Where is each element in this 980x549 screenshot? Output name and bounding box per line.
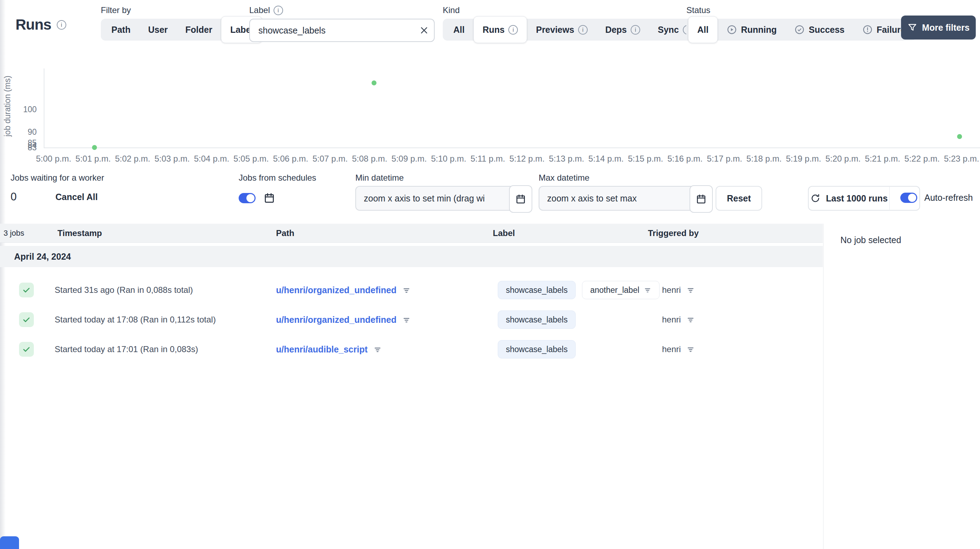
kind-group: Kind All Runs Previews Deps Sync bbox=[443, 5, 703, 41]
filter-lines-icon[interactable] bbox=[402, 286, 411, 294]
y-axis-line bbox=[44, 69, 45, 148]
funnel-icon bbox=[907, 22, 917, 32]
auto-refresh-toggle[interactable] bbox=[900, 193, 917, 203]
status-running[interactable]: Running bbox=[718, 19, 786, 41]
x-tick-label: 5:15 p.m. bbox=[628, 154, 663, 164]
filter-by-folder[interactable]: Folder bbox=[177, 19, 221, 41]
play-circle-icon bbox=[727, 24, 737, 35]
run-path-link[interactable]: u/henri/audible_script bbox=[276, 344, 368, 354]
status-all[interactable]: All bbox=[688, 16, 718, 43]
triggered-by-user: henri bbox=[662, 285, 681, 295]
run-timestamp: Started today at 17:08 (Ran in 0,112s to… bbox=[55, 315, 216, 325]
page-title: Runs bbox=[16, 16, 66, 33]
filter-lines-icon[interactable] bbox=[686, 286, 695, 294]
table-row[interactable]: Started today at 17:08 (Ran in 0,112s to… bbox=[0, 305, 823, 335]
run-data-point[interactable] bbox=[957, 134, 962, 139]
kind-runs[interactable]: Runs bbox=[473, 16, 527, 43]
run-path-link[interactable]: u/henri/organized_undefined bbox=[276, 315, 396, 325]
x-tick-label: 5:10 p.m. bbox=[431, 154, 466, 164]
min-datetime-input-wrap bbox=[355, 186, 532, 211]
min-datetime-group: Min datetime bbox=[355, 173, 532, 211]
info-icon[interactable] bbox=[578, 25, 588, 35]
job-detail-panel: No job selected bbox=[823, 224, 980, 549]
check-circle-icon bbox=[794, 24, 805, 35]
filter-lines-icon[interactable] bbox=[686, 316, 695, 324]
filter-by-path[interactable]: Path bbox=[103, 19, 139, 41]
label-filter-input[interactable] bbox=[250, 26, 414, 36]
x-tick-label: 5:09 p.m. bbox=[391, 154, 427, 164]
y-tick: 100 bbox=[13, 104, 37, 114]
calendar-icon bbox=[263, 192, 275, 204]
clear-label-filter-button[interactable] bbox=[414, 19, 434, 41]
filter-lines-icon[interactable] bbox=[402, 316, 411, 324]
y-tick: 83 bbox=[13, 142, 37, 152]
x-tick-label: 5:22 p.m. bbox=[905, 154, 940, 164]
label-filter-input-wrap bbox=[249, 19, 435, 42]
filter-by-user[interactable]: User bbox=[139, 19, 177, 41]
runs-limit-button[interactable]: Last 1000 runs bbox=[808, 186, 890, 211]
runs-page: Runs Filter by Path User Folder Label La… bbox=[0, 0, 980, 549]
x-tick-label: 5:11 p.m. bbox=[471, 154, 505, 164]
info-icon[interactable] bbox=[631, 25, 640, 35]
y-tick: 90 bbox=[13, 127, 37, 137]
page-title-text: Runs bbox=[16, 16, 51, 33]
label-badge[interactable]: showcase_labels bbox=[498, 281, 576, 299]
jobs-from-schedules-toggle[interactable] bbox=[239, 193, 256, 203]
cancel-all-button[interactable]: Cancel All bbox=[55, 192, 98, 202]
filter-by-group: Filter by Path User Folder Label bbox=[101, 5, 264, 41]
jobs-waiting-count: 0 bbox=[11, 190, 17, 203]
filter-lines-icon[interactable] bbox=[373, 345, 382, 354]
alert-circle-icon bbox=[862, 24, 873, 35]
kind-segmented: All Runs Previews Deps Sync bbox=[443, 19, 703, 41]
max-datetime-input[interactable] bbox=[539, 193, 712, 204]
label-filter-group: Label bbox=[249, 5, 435, 42]
kind-all[interactable]: All bbox=[444, 19, 473, 41]
calendar-icon bbox=[695, 193, 707, 205]
run-data-point[interactable] bbox=[92, 145, 97, 150]
table-header: 3 jobs Timestamp Path Label Triggered by bbox=[0, 224, 823, 243]
run-timestamp: Started 31s ago (Ran in 0,088s total) bbox=[55, 285, 193, 295]
x-tick-label: 5:20 p.m. bbox=[825, 154, 861, 164]
x-tick-label: 5:14 p.m. bbox=[589, 154, 624, 164]
status-success[interactable]: Success bbox=[786, 19, 853, 41]
run-timestamp: Started today at 17:01 (Ran in 0,083s) bbox=[55, 344, 198, 354]
x-tick-label: 5:01 p.m. bbox=[75, 154, 111, 164]
jobs-from-schedules-group: Jobs from schedules bbox=[239, 173, 316, 204]
filter-lines-icon[interactable] bbox=[686, 345, 695, 354]
kind-deps[interactable]: Deps bbox=[597, 19, 649, 41]
max-datetime-calendar-button[interactable] bbox=[689, 185, 713, 213]
x-tick-label: 5:05 p.m. bbox=[233, 154, 269, 164]
max-datetime-label: Max datetime bbox=[539, 173, 713, 183]
label-badge[interactable]: showcase_labels bbox=[498, 340, 576, 359]
x-icon bbox=[420, 26, 429, 35]
success-status-icon bbox=[19, 282, 34, 297]
triggered-by-user: henri bbox=[662, 315, 681, 325]
table-row[interactable]: Started 31s ago (Ran in 0,088s total) u/… bbox=[0, 275, 823, 305]
info-icon[interactable] bbox=[508, 25, 518, 35]
col-label: Label bbox=[493, 228, 515, 238]
info-icon[interactable] bbox=[57, 20, 66, 30]
jobs-from-schedules-label: Jobs from schedules bbox=[239, 173, 316, 183]
run-path-link[interactable]: u/henri/organized_undefined bbox=[276, 285, 396, 295]
reset-button[interactable]: Reset bbox=[716, 186, 762, 211]
min-datetime-calendar-button[interactable] bbox=[509, 185, 532, 213]
label-badge[interactable]: another_label bbox=[582, 281, 659, 299]
label-filter-caption: Label bbox=[249, 5, 435, 16]
auto-refresh-group: Auto-refresh bbox=[900, 193, 973, 203]
refresh-icon bbox=[810, 193, 820, 203]
kind-previews[interactable]: Previews bbox=[527, 19, 596, 41]
success-status-icon bbox=[19, 342, 34, 357]
info-icon[interactable] bbox=[274, 6, 283, 15]
sidebar-corner-badge[interactable] bbox=[0, 536, 19, 549]
status-label: Status bbox=[686, 5, 916, 16]
x-tick-label: 5:12 p.m. bbox=[509, 154, 545, 164]
scatter-plot[interactable]: job duration (ms) 100 90 85 84 83 5:00 p… bbox=[0, 46, 980, 169]
col-triggered-by: Triggered by bbox=[648, 228, 699, 238]
more-filters-button[interactable]: More filters bbox=[901, 16, 976, 40]
table-row[interactable]: Started today at 17:01 (Ran in 0,083s) u… bbox=[0, 335, 823, 364]
success-status-icon bbox=[19, 312, 34, 327]
label-badge[interactable]: showcase_labels bbox=[498, 311, 576, 329]
triggered-by-user: henri bbox=[662, 344, 681, 354]
run-data-point[interactable] bbox=[372, 80, 377, 85]
min-datetime-input[interactable] bbox=[356, 193, 531, 204]
